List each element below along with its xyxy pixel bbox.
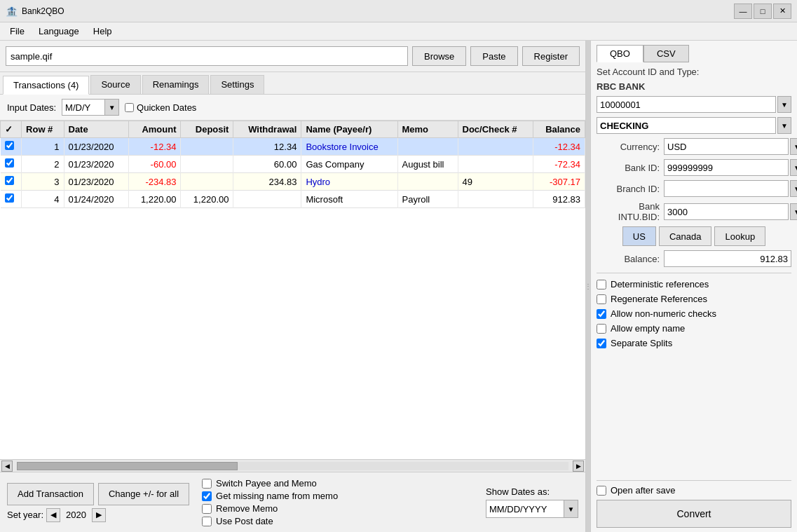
file-row: Browse Paste Register (0, 41, 585, 72)
input-dates-label: Input Dates: (7, 102, 56, 113)
date-format-dropdown[interactable]: ▼ (104, 100, 118, 115)
cell-check[interactable] (1, 173, 22, 191)
table-row[interactable]: 1 01/23/2020 -12.34 12.34 Bookstore Invo… (1, 138, 585, 156)
balance-input[interactable] (664, 250, 791, 267)
open-after-save-label[interactable]: Open after save (597, 485, 791, 496)
bank-id-input[interactable] (664, 159, 789, 176)
switch-payee-label[interactable]: Switch Payee and Memo (202, 478, 338, 489)
bank-intu-input[interactable] (664, 203, 789, 220)
account-id-dropdown[interactable]: ▼ (777, 96, 791, 113)
add-transaction-button[interactable]: Add Transaction (7, 483, 94, 505)
allow-empty-name-label[interactable]: Allow empty name (597, 323, 791, 334)
tab-renamings[interactable]: Renamings (142, 75, 210, 94)
year-prev-button[interactable]: ◀ (46, 508, 60, 522)
tab-settings[interactable]: Settings (210, 75, 264, 94)
remove-memo-checkbox[interactable] (202, 504, 212, 514)
cell-row: 2 (22, 156, 64, 173)
allow-nonnumeric-checkbox[interactable] (597, 309, 606, 319)
register-button[interactable]: Register (522, 46, 580, 66)
date-display-dropdown[interactable]: ▼ (564, 500, 578, 517)
cell-balance: -307.17 (533, 173, 585, 191)
bank-name: RBC BANK (597, 81, 791, 92)
tab-qbo[interactable]: QBO (597, 45, 643, 62)
branch-id-dropdown[interactable]: ▼ (790, 180, 797, 197)
tab-csv[interactable]: CSV (643, 45, 689, 62)
cell-deposit (181, 156, 233, 173)
year-next-button[interactable]: ▶ (92, 508, 106, 522)
remove-memo-label[interactable]: Remove Memo (202, 503, 338, 514)
account-type-input[interactable] (597, 117, 776, 134)
horizontal-scrollbar[interactable]: ◀ ▶ (0, 459, 585, 472)
cell-amount: 1,220.00 (128, 191, 181, 208)
quicken-dates-label[interactable]: Quicken Dates (125, 102, 196, 113)
table-row[interactable]: 3 01/23/2020 -234.83 234.83 Hydro 49 -30… (1, 173, 585, 191)
change-for-all-button[interactable]: Change +/- for all (98, 483, 189, 505)
convert-button[interactable]: Convert (597, 500, 791, 528)
account-type-dropdown[interactable]: ▼ (777, 117, 791, 134)
qbo-csv-tabs: QBO CSV (597, 45, 791, 62)
file-path-input[interactable] (6, 46, 408, 66)
menu-language[interactable]: Language (32, 24, 86, 39)
cell-check[interactable] (1, 138, 22, 156)
scroll-track[interactable] (17, 462, 568, 470)
cell-date: 01/23/2020 (64, 173, 128, 191)
separate-splits-checkbox[interactable] (597, 339, 606, 348)
cell-doc: 49 (458, 173, 533, 191)
table-row[interactable]: 4 01/24/2020 1,220.00 1,220.00 Microsoft… (1, 191, 585, 208)
date-display-format-input[interactable] (486, 500, 564, 517)
open-after-save-checkbox[interactable] (597, 486, 606, 496)
cell-check[interactable] (1, 156, 22, 173)
us-button[interactable]: US (622, 226, 656, 246)
date-format-input[interactable] (62, 100, 104, 115)
bottom-checkboxes: Switch Payee and Memo Get missing name f… (202, 478, 338, 526)
scroll-left-button[interactable]: ◀ (1, 461, 13, 472)
regenerate-ref-label[interactable]: Regenerate References (597, 294, 791, 304)
maximize-button[interactable]: □ (754, 4, 772, 19)
browse-button[interactable]: Browse (412, 46, 466, 66)
regenerate-ref-checkbox[interactable] (597, 294, 606, 304)
show-dates-box: Show Dates as: ▼ (486, 486, 578, 518)
use-post-date-label[interactable]: Use Post date (202, 516, 338, 526)
account-id-input[interactable] (597, 96, 776, 113)
separate-splits-label[interactable]: Separate Splits (597, 338, 791, 348)
bank-id-label: Bank ID: (597, 163, 660, 173)
scroll-right-button[interactable]: ▶ (573, 461, 584, 472)
allow-empty-name-checkbox[interactable] (597, 324, 606, 334)
window-controls: — □ ✕ (734, 4, 791, 19)
bank-id-dropdown[interactable]: ▼ (790, 159, 797, 176)
quicken-dates-checkbox[interactable] (125, 103, 134, 112)
use-post-date-checkbox[interactable] (202, 517, 212, 526)
col-name: Name (Payee/r) (301, 121, 397, 138)
branch-id-input[interactable] (664, 180, 789, 197)
currency-input[interactable] (664, 138, 789, 155)
balance-row: Balance: (597, 250, 791, 267)
bank-intu-dropdown[interactable]: ▼ (790, 203, 797, 220)
lookup-button[interactable]: Lookup (714, 226, 765, 246)
close-button[interactable]: ✕ (773, 4, 791, 19)
cell-check[interactable] (1, 191, 22, 208)
cell-memo (397, 138, 458, 156)
menu-file[interactable]: File (3, 24, 32, 39)
get-missing-name-checkbox[interactable] (202, 491, 212, 501)
balance-label: Balance: (597, 254, 660, 264)
allow-nonnumeric-label[interactable]: Allow non-numeric checks (597, 308, 791, 319)
deterministic-ref-label[interactable]: Deterministic references (597, 279, 791, 289)
switch-payee-checkbox[interactable] (202, 479, 212, 489)
canada-button[interactable]: Canada (659, 226, 712, 246)
table-row[interactable]: 2 01/23/2020 -60.00 60.00 Gas Company Au… (1, 156, 585, 173)
minimize-button[interactable]: — (734, 4, 752, 19)
deterministic-ref-checkbox[interactable] (597, 280, 606, 289)
currency-dropdown[interactable]: ▼ (790, 138, 797, 155)
get-missing-name-label[interactable]: Get missing name from memo (202, 491, 338, 501)
cell-name: Hydro (301, 173, 397, 191)
paste-button[interactable]: Paste (470, 46, 517, 66)
col-row: Row # (22, 121, 64, 138)
app-title: Bank2QBO (22, 6, 734, 16)
col-date: Date (64, 121, 128, 138)
tab-transactions[interactable]: Transactions (4) (3, 76, 89, 95)
scroll-thumb[interactable] (17, 462, 238, 470)
menu-help[interactable]: Help (86, 24, 119, 39)
cell-balance: -72.34 (533, 156, 585, 173)
tab-source[interactable]: Source (90, 75, 140, 94)
cell-deposit: 1,220.00 (181, 191, 233, 208)
